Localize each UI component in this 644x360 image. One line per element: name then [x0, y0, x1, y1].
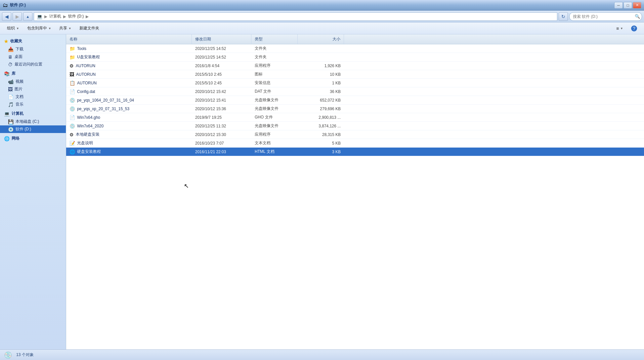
- file-date: 2020/12/25 14:52: [192, 45, 251, 52]
- minimize-button[interactable]: ─: [614, 2, 623, 9]
- table-row[interactable]: 📁 Tools 2020/12/25 14:52 文件夹: [66, 44, 644, 53]
- file-size: 1 KB: [298, 79, 344, 87]
- file-type: HTML 文档: [251, 148, 298, 156]
- file-rows-container: 📁 Tools 2020/12/25 14:52 文件夹 📁 U盘安装教程 20…: [66, 44, 644, 156]
- file-list-container[interactable]: 名称 修改日期 类型 大小 📁 Tools 2020/12/25 14:52 文…: [66, 34, 644, 349]
- view-icon: ≡: [616, 26, 619, 31]
- include-lib-label: 包含到库中: [27, 25, 47, 31]
- network-icon: 🌐: [4, 136, 10, 141]
- table-row[interactable]: 📄 Win7x64.gho 2019/9/7 19:25 GHO 文件 2,90…: [66, 113, 644, 122]
- close-button[interactable]: ✕: [633, 2, 641, 9]
- file-name: pe_yqs_xp_20_07_31_15_53: [77, 107, 129, 111]
- organize-label: 组织: [7, 25, 15, 31]
- file-size: 3 KB: [298, 148, 344, 156]
- favorites-label: 收藏夹: [10, 38, 22, 44]
- path-computer[interactable]: 计算机: [49, 14, 61, 19]
- table-row[interactable]: 🖼 AUTORUN 2015/5/10 2:45 图标 10 KB: [66, 70, 644, 79]
- file-size: 1,926 KB: [298, 62, 344, 69]
- sidebar-item-image[interactable]: 🖼 图片: [0, 85, 66, 93]
- sidebar-item-recent[interactable]: ⏱ 最近访问的位置: [0, 61, 66, 68]
- file-type: 光盘映像文件: [251, 96, 298, 104]
- status-bar: 💿 13 个对象: [0, 349, 644, 360]
- file-name: 本地硬盘安装: [76, 132, 100, 137]
- refresh-button[interactable]: ↻: [559, 12, 568, 21]
- file-list-header: 名称 修改日期 类型 大小: [66, 34, 644, 44]
- header-type[interactable]: 类型: [251, 34, 298, 44]
- sidebar-item-desktop[interactable]: 🖥 桌面: [0, 53, 66, 61]
- file-type-icon: 📄: [69, 89, 75, 94]
- sidebar: ★ 收藏夹 📥 下载 🖥 桌面 ⏱ 最近访问的位置 📚 库 �: [0, 34, 66, 349]
- sidebar-network-header[interactable]: 🌐 网络: [0, 134, 66, 143]
- share-button[interactable]: 共享 ▼: [56, 24, 75, 33]
- main-container: ★ 收藏夹 📥 下载 🖥 桌面 ⏱ 最近访问的位置 📚 库 �: [0, 34, 644, 349]
- video-icon: 📹: [8, 79, 14, 84]
- sidebar-item-video[interactable]: 📹 视频: [0, 78, 66, 85]
- downloads-label: 下载: [16, 46, 23, 52]
- organize-button[interactable]: 组织 ▼: [3, 24, 23, 33]
- forward-button[interactable]: ▶: [13, 12, 22, 21]
- table-row[interactable]: 📋 AUTORUN 2015/5/10 2:45 安装信息 1 KB: [66, 79, 644, 87]
- network-label: 网络: [12, 136, 20, 141]
- file-type: 文件夹: [251, 53, 298, 61]
- include-lib-button[interactable]: 包含到库中 ▼: [23, 24, 55, 33]
- address-path[interactable]: 💻 ▶ 计算机 ▶ 软件 (D:) ▶: [34, 12, 557, 21]
- table-row[interactable]: 📝 光盘说明 2016/10/23 7:07 文本文档 5 KB: [66, 139, 644, 148]
- file-type: GHO 文件: [251, 113, 298, 121]
- toolbar: 组织 ▼ 包含到库中 ▼ 共享 ▼ 新建文件夹 ≡ ▼ ?: [0, 22, 644, 34]
- file-name: Tools: [77, 46, 86, 51]
- sidebar-item-c-drive[interactable]: 💾 本地磁盘 (C:): [0, 118, 66, 125]
- sidebar-item-downloads[interactable]: 📥 下载: [0, 45, 66, 53]
- sidebar-library-header[interactable]: 📚 库: [0, 69, 66, 78]
- search-icon[interactable]: 🔍: [635, 14, 640, 19]
- file-size: 652,072 KB: [298, 97, 344, 104]
- table-row[interactable]: 📄 Config.dat 2020/10/12 15:42 DAT 文件 36 …: [66, 87, 644, 96]
- file-name: U盘安装教程: [77, 54, 100, 60]
- sidebar-item-docs[interactable]: 📄 文档: [0, 93, 66, 101]
- title-bar: 🗂 软件 (D:) ─ □ ✕: [0, 0, 644, 11]
- desktop-label: 桌面: [15, 54, 22, 60]
- sidebar-section-favorites: ★ 收藏夹 📥 下载 🖥 桌面 ⏱ 最近访问的位置: [0, 37, 66, 68]
- c-drive-icon: 💾: [8, 119, 14, 124]
- file-size: 28,315 KB: [298, 131, 344, 138]
- sidebar-section-computer: 💻 计算机 💾 本地磁盘 (C:) 💿 软件 (D:): [0, 110, 66, 133]
- table-row[interactable]: 📁 U盘安装教程 2020/12/25 14:52 文件夹: [66, 53, 644, 62]
- header-date[interactable]: 修改日期: [192, 34, 251, 44]
- header-size[interactable]: 大小: [298, 34, 344, 44]
- table-row[interactable]: 💿 pe_yqs_xp_20_07_31_15_53 2020/10/12 15…: [66, 105, 644, 113]
- sidebar-item-music[interactable]: 🎵 音乐: [0, 101, 66, 108]
- search-input[interactable]: [569, 12, 642, 21]
- header-name[interactable]: 名称: [66, 34, 192, 44]
- file-type: 文件夹: [251, 44, 298, 53]
- file-type-icon: 💿: [69, 123, 75, 129]
- file-size: 2,900,813 ...: [298, 114, 344, 121]
- help-button[interactable]: ?: [627, 24, 641, 33]
- file-size: 36 KB: [298, 88, 344, 95]
- video-label: 视频: [16, 79, 23, 84]
- title-bar-left: 🗂 软件 (D:): [3, 2, 26, 8]
- file-date: 2015/5/10 2:45: [192, 71, 251, 78]
- table-row[interactable]: 🌐 硬盘安装教程 2016/11/21 22:03 HTML 文档 3 KB: [66, 148, 644, 156]
- table-row[interactable]: ⚙ AUTORUN 2016/1/8 4:54 应用程序 1,926 KB: [66, 62, 644, 70]
- new-folder-button[interactable]: 新建文件夹: [76, 24, 103, 33]
- file-name: Win7x64.gho: [77, 115, 100, 120]
- table-row[interactable]: 💿 Win7x64_2020 2020/12/25 11:32 光盘映像文件 3…: [66, 122, 644, 130]
- table-row[interactable]: 💿 pe_yqs_1064_20_07_31_16_04 2020/10/12 …: [66, 96, 644, 105]
- file-name: Win7x64_2020: [77, 124, 104, 128]
- docs-icon: 📄: [8, 94, 14, 100]
- up-button[interactable]: ▲: [23, 12, 32, 21]
- path-drive: 软件 (D:): [68, 14, 84, 19]
- maximize-button[interactable]: □: [623, 2, 632, 9]
- file-type: 安装信息: [251, 79, 298, 87]
- sidebar-favorites-header[interactable]: ★ 收藏夹: [0, 37, 66, 45]
- file-size: 5 KB: [298, 140, 344, 147]
- back-button[interactable]: ◀: [2, 12, 11, 21]
- desktop-icon: 🖥: [8, 54, 13, 60]
- table-row[interactable]: ⚙ 本地硬盘安装 2020/10/12 15:30 应用程序 28,315 KB: [66, 130, 644, 139]
- file-type-icon: 🌐: [69, 149, 75, 155]
- sidebar-computer-header[interactable]: 💻 计算机: [0, 110, 66, 118]
- file-type-icon: 📄: [69, 115, 75, 120]
- sidebar-item-d-drive[interactable]: 💿 软件 (D:): [0, 125, 66, 133]
- file-size: 3,874,126 ...: [298, 122, 344, 130]
- file-date: 2020/10/12 15:42: [192, 88, 251, 95]
- view-button[interactable]: ≡ ▼: [613, 24, 627, 33]
